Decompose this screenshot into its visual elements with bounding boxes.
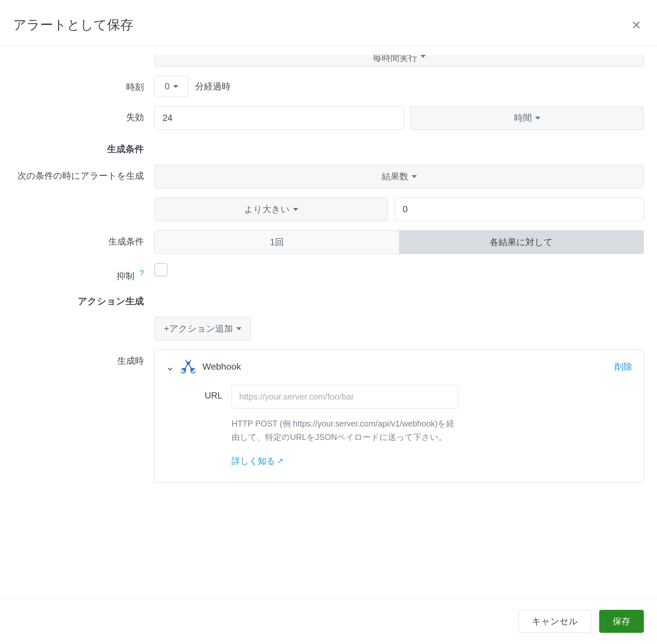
comparator-select[interactable]: より大きい [155, 198, 388, 221]
expires-unit-select[interactable]: 時間 [410, 106, 644, 130]
actions-section-header: アクション生成 [13, 291, 155, 307]
expires-unit-label: 時間 [514, 112, 532, 124]
alert-when-label: 次の条件の時にアラートを生成 [13, 165, 155, 182]
run-schedule-select[interactable]: 毎時間実行 [155, 55, 644, 67]
trigger-metric-select[interactable]: 結果数 [155, 165, 644, 188]
time-label: 時刻 [13, 76, 155, 93]
caret-down-icon [421, 55, 426, 58]
caret-down-icon [236, 327, 241, 330]
learn-more-label: 詳しく知る [232, 455, 275, 467]
threshold-input[interactable] [395, 198, 644, 221]
trigger-mode-label: 生成条件 [13, 230, 155, 247]
caret-down-icon [293, 208, 298, 211]
add-action-button[interactable]: +アクション追加 [155, 317, 251, 340]
caret-down-icon [535, 117, 540, 120]
run-schedule-label: 毎時間実行 [373, 55, 417, 61]
throttle-checkbox[interactable] [155, 263, 167, 276]
delete-action-link[interactable]: 削除 [615, 361, 632, 373]
expires-label: 失効 [13, 106, 155, 123]
minutes-suffix: 分経過時 [195, 80, 231, 92]
webhook-help-text: HTTP POST (例 https://your.server.com/api… [232, 417, 455, 444]
url-label: URL [166, 385, 232, 401]
trigger-metric-label: 結果数 [382, 170, 408, 182]
webhook-icon [181, 360, 195, 374]
action-panel-header: ⌄ Webhook 削除 [166, 360, 632, 374]
minutes-past-select[interactable]: 0 [155, 76, 189, 97]
learn-more-link[interactable]: 詳しく知る ↗ [232, 455, 283, 467]
save-as-alert-dialog: アラートとして保存 ✕ 毎時間実行 時刻 0 分経過時 [0, 0, 657, 644]
trigger-section-header: 生成条件 [13, 139, 155, 155]
add-action-label: +アクション追加 [164, 323, 233, 335]
caret-down-icon [412, 175, 417, 178]
minutes-value: 0 [165, 82, 169, 92]
expires-value-input[interactable] [155, 106, 404, 130]
trigger-each-result-button[interactable]: 各結果に対して [399, 231, 644, 254]
trigger-once-button[interactable]: 1回 [155, 231, 399, 254]
webhook-url-input[interactable] [232, 385, 458, 408]
dialog-body: 毎時間実行 時刻 0 分経過時 失効 時間 [0, 45, 657, 598]
external-link-icon: ↗ [277, 457, 283, 465]
dialog-title: アラートとして保存 [13, 16, 133, 34]
cancel-button[interactable]: キャンセル [518, 610, 591, 633]
chevron-down-icon[interactable]: ⌄ [166, 361, 174, 373]
on-trigger-label: 生成時 [13, 350, 155, 367]
help-icon[interactable]: ? [140, 269, 144, 277]
comparator-label: より大きい [244, 203, 290, 215]
save-button[interactable]: 保存 [599, 610, 644, 633]
webhook-action-panel: ⌄ Webhook 削除 [155, 350, 644, 483]
close-icon[interactable]: ✕ [629, 16, 644, 35]
action-name: Webhook [202, 362, 607, 372]
throttle-label: 抑制 ? [13, 263, 155, 282]
caret-down-icon [173, 85, 179, 88]
trigger-mode-toggle: 1回 各結果に対して [155, 230, 644, 254]
dialog-footer: キャンセル 保存 [0, 598, 657, 644]
dialog-header: アラートとして保存 ✕ [0, 0, 657, 45]
